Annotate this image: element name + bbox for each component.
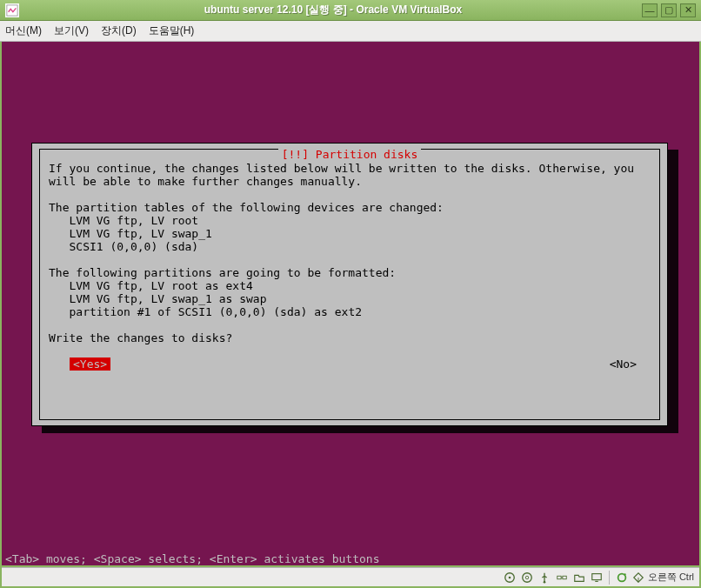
tables-item-2: SCSI1 (0,0,0) (sda) <box>69 240 198 253</box>
window-title: ubuntu server 12.10 [실행 중] - Oracle VM V… <box>24 3 642 17</box>
display-icon[interactable] <box>590 571 604 585</box>
shared-folders-icon[interactable] <box>572 571 586 585</box>
menu-devices[interactable]: 장치(D) <box>101 23 137 38</box>
svg-rect-7 <box>563 576 566 579</box>
svg-point-2 <box>509 576 511 578</box>
status-bar: 오른쪽 Ctrl <box>2 567 699 586</box>
maximize-button[interactable]: ▢ <box>661 3 677 17</box>
dialog-body: If you continue, the changes listed belo… <box>49 162 651 411</box>
formats-item-1: LVM VG ftp, LV swap_1 as swap <box>69 292 266 305</box>
partition-dialog: [!!] Partition disks If you continue, th… <box>31 143 668 426</box>
minimize-button[interactable]: — <box>642 3 658 17</box>
formats-item-2: partition #1 of SCSI1 (0,0,0) (sda) as e… <box>69 305 362 318</box>
svg-point-5 <box>544 580 546 583</box>
dialog-para1: If you continue, the changes listed belo… <box>49 162 641 188</box>
close-button[interactable]: ✕ <box>680 3 696 17</box>
host-key-label: 오른쪽 Ctrl <box>648 571 694 584</box>
app-icon <box>5 3 19 17</box>
svg-point-3 <box>523 572 532 582</box>
svg-point-4 <box>525 576 529 579</box>
mouse-integration-icon[interactable] <box>615 571 629 585</box>
menu-help[interactable]: 도움말(H) <box>149 23 195 38</box>
menu-bar: 머신(M) 보기(V) 장치(D) 도움말(H) <box>0 21 701 42</box>
tables-item-1: LVM VG ftp, LV swap_1 <box>69 227 211 240</box>
host-key-indicator[interactable]: 오른쪽 Ctrl <box>632 571 694 584</box>
tables-heading: The partition tables of the following de… <box>49 201 444 214</box>
menu-view[interactable]: 보기(V) <box>54 23 89 38</box>
optical-disk-icon[interactable] <box>520 571 534 585</box>
window-titlebar: ubuntu server 12.10 [실행 중] - Oracle VM V… <box>0 0 701 21</box>
format-heading: The following partitions are going to be… <box>49 266 396 279</box>
svg-rect-6 <box>557 576 561 579</box>
usb-icon[interactable] <box>537 571 551 585</box>
network-icon[interactable] <box>555 571 569 585</box>
dialog-question: Write the changes to disks? <box>49 331 232 344</box>
option-yes[interactable]: <Yes> <box>70 357 110 371</box>
formats-item-0: LVM VG ftp, LV root as ext4 <box>69 279 252 292</box>
menu-machine[interactable]: 머신(M) <box>5 23 42 38</box>
hint-bar: <Tab> moves; <Space> selects; <Enter> ac… <box>3 552 698 565</box>
tables-item-0: LVM VG ftp, LV root <box>69 214 198 227</box>
option-no[interactable]: <No> <box>610 357 637 371</box>
svg-rect-8 <box>592 573 602 579</box>
guest-screen[interactable]: [!!] Partition disks If you continue, th… <box>2 42 699 565</box>
dialog-title: [!!] Partition disks <box>278 148 422 161</box>
hard-disk-icon[interactable] <box>503 571 517 585</box>
